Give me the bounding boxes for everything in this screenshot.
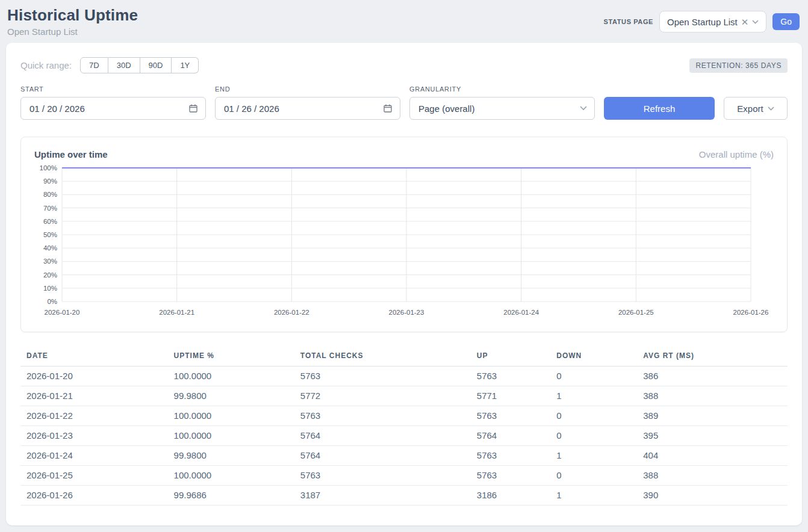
svg-text:20%: 20% [43, 271, 57, 279]
end-date-input[interactable]: 01 / 26 / 2026 [215, 97, 400, 120]
cell-uptime-percent: 100.0000 [168, 426, 294, 446]
main-panel: Quick range: 7D30D90D1Y RETENTION: 365 D… [6, 43, 802, 525]
quick-range-group: 7D30D90D1Y [80, 57, 199, 73]
status-page-label: STATUS PAGE [604, 18, 653, 25]
chart-header: Uptime over time Overall uptime (%) [34, 149, 774, 159]
chevron-down-icon [752, 20, 759, 24]
cell-uptime-percent: 100.0000 [168, 466, 294, 486]
cell-up: 5763 [471, 466, 550, 486]
svg-text:0%: 0% [47, 298, 57, 305]
column-header-down: DOWN [550, 347, 637, 367]
daily-uptime-table: DATEUPTIME %TOTAL CHECKSUPDOWNAVG RT (MS… [20, 347, 788, 506]
cell-avg-rt: 388 [637, 466, 788, 486]
table-header: DATEUPTIME %TOTAL CHECKSUPDOWNAVG RT (MS… [20, 347, 788, 367]
export-button-label: Export [737, 104, 763, 114]
svg-text:70%: 70% [43, 205, 57, 212]
calendar-icon[interactable] [188, 104, 198, 113]
uptime-chart-card: Uptime over time Overall uptime (%) 0%10… [20, 137, 788, 332]
svg-text:2026-01-21: 2026-01-21 [159, 309, 194, 316]
status-page-select[interactable]: Open Startup List ✕ [659, 11, 766, 32]
column-header-date: DATE [20, 347, 168, 367]
end-date-label: END [215, 85, 400, 93]
cell-total-checks: 5764 [294, 446, 471, 466]
close-icon[interactable]: ✕ [741, 17, 749, 26]
quick-range-1y-button[interactable]: 1Y [172, 57, 199, 73]
quick-range-label: Quick range: [20, 60, 72, 70]
cell-date: 2026-01-21 [20, 386, 168, 406]
svg-text:2026-01-24: 2026-01-24 [503, 309, 539, 316]
cell-date: 2026-01-25 [20, 466, 168, 486]
cell-avg-rt: 404 [637, 446, 788, 466]
cell-total-checks: 3187 [294, 486, 471, 506]
table-row: 2026-01-20100.0000576357630386 [20, 367, 788, 386]
export-button[interactable]: Export [724, 97, 788, 120]
svg-text:2026-01-22: 2026-01-22 [274, 309, 309, 316]
chart-area: 0%10%20%30%40%50%60%70%80%90%100%2026-01… [34, 163, 774, 323]
status-page-selected-value: Open Startup List [667, 17, 738, 27]
title-block: Historical Uptime Open Startup List [7, 6, 138, 37]
svg-text:90%: 90% [43, 178, 57, 185]
table-row: 2026-01-2699.9686318731861390 [20, 486, 788, 506]
table-row: 2026-01-25100.0000576357630388 [20, 466, 788, 486]
cell-up: 5763 [471, 406, 550, 426]
cell-date: 2026-01-24 [20, 446, 168, 466]
svg-text:80%: 80% [43, 191, 57, 198]
start-date-input[interactable]: 01 / 20 / 2026 [20, 97, 206, 120]
cell-uptime-percent: 99.9800 [168, 446, 294, 466]
column-header-up: UP [471, 347, 550, 367]
cell-uptime-percent: 99.9800 [168, 386, 294, 406]
page-title: Historical Uptime [7, 6, 138, 25]
cell-uptime-percent: 99.9686 [168, 486, 294, 506]
cell-avg-rt: 389 [637, 406, 788, 426]
chart-title: Uptime over time [34, 149, 108, 159]
cell-avg-rt: 395 [637, 426, 788, 446]
cell-date: 2026-01-23 [20, 426, 168, 446]
cell-down: 1 [550, 486, 637, 506]
go-button[interactable]: Go [772, 13, 800, 30]
table-row: 2026-01-22100.0000576357630389 [20, 406, 788, 426]
quick-range-90d-button[interactable]: 90D [140, 57, 172, 73]
retention-badge: RETENTION: 365 DAYS [689, 58, 788, 73]
column-header-total-checks: TOTAL CHECKS [294, 347, 471, 367]
cell-up: 5763 [471, 367, 550, 386]
svg-text:2026-01-20: 2026-01-20 [45, 309, 80, 316]
cell-date: 2026-01-26 [20, 486, 168, 506]
uptime-line-chart: 0%10%20%30%40%50%60%70%80%90%100%2026-01… [34, 163, 774, 321]
svg-text:10%: 10% [43, 285, 57, 292]
svg-text:2026-01-23: 2026-01-23 [389, 309, 424, 316]
start-date-field: START 01 / 20 / 2026 [20, 85, 206, 120]
svg-text:2026-01-26: 2026-01-26 [733, 309, 769, 316]
svg-text:30%: 30% [43, 258, 57, 265]
svg-text:2026-01-25: 2026-01-25 [618, 309, 654, 316]
granularity-select[interactable]: Page (overall) [409, 97, 595, 120]
cell-avg-rt: 390 [637, 486, 788, 506]
granularity-label: GRANULARITY [409, 85, 595, 93]
cell-avg-rt: 388 [637, 386, 788, 406]
granularity-selected-value: Page (overall) [418, 104, 474, 114]
cell-total-checks: 5764 [294, 426, 471, 446]
svg-text:50%: 50% [43, 231, 57, 238]
filters-row: START 01 / 20 / 2026 END 01 / 26 / 2026 [20, 85, 788, 120]
cell-up: 3186 [471, 486, 550, 506]
quick-range-row: Quick range: 7D30D90D1Y RETENTION: 365 D… [20, 57, 788, 73]
cell-uptime-percent: 100.0000 [168, 406, 294, 426]
table-row: 2026-01-2199.9800577257711388 [20, 386, 788, 406]
status-page-controls: STATUS PAGE Open Startup List ✕ Go [604, 11, 800, 32]
cell-total-checks: 5763 [294, 466, 471, 486]
quick-range-30d-button[interactable]: 30D [108, 57, 140, 73]
svg-text:100%: 100% [40, 164, 57, 172]
calendar-icon[interactable] [383, 104, 393, 113]
cell-down: 0 [550, 466, 637, 486]
cell-up: 5764 [471, 426, 550, 446]
quick-range-7d-button[interactable]: 7D [80, 57, 108, 73]
cell-date: 2026-01-20 [20, 367, 168, 386]
cell-down: 1 [550, 446, 637, 466]
page-header: Historical Uptime Open Startup List STAT… [0, 0, 808, 37]
page-subtitle: Open Startup List [7, 26, 138, 37]
cell-total-checks: 5763 [294, 406, 471, 426]
cell-uptime-percent: 100.0000 [168, 367, 294, 386]
table-row: 2026-01-23100.0000576457640395 [20, 426, 788, 446]
refresh-button[interactable]: Refresh [604, 97, 715, 120]
end-date-field: END 01 / 26 / 2026 [215, 85, 400, 120]
chart-legend: Overall uptime (%) [699, 149, 774, 159]
